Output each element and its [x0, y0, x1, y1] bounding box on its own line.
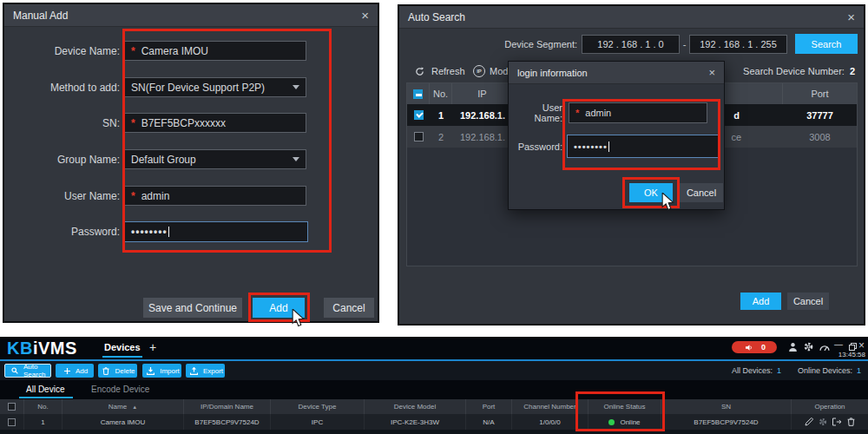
cancel-button[interactable]: Cancel [324, 298, 374, 318]
search-icon [11, 367, 18, 374]
kbivms-window: KBiVMS Devices + 0 — × 13:45:58 Auto Sea… [0, 337, 868, 434]
login-information-dialog: login information × User Name: * admin P… [508, 61, 725, 210]
search-button[interactable]: Search [795, 34, 858, 54]
cancel-button[interactable]: Cancel [787, 293, 829, 310]
dialog-title: login information [517, 68, 588, 78]
device-table-row[interactable]: 1 Camera IMOU B7EF5BCP9V7524D IPC IPC-K2… [0, 414, 868, 430]
dialog-title: Auto Search [408, 11, 465, 23]
group-value: Default Group [131, 154, 196, 166]
export-icon [190, 367, 198, 375]
close-button[interactable]: × [858, 341, 865, 350]
sn-field[interactable]: * B7EF5BCPxxxxxx [124, 113, 306, 133]
all-devices-stat: All Devices: 1 [732, 366, 781, 375]
segment-dash: - [681, 35, 688, 54]
tab-all-device[interactable]: All Device [26, 385, 64, 394]
select-all-cell[interactable] [0, 399, 24, 414]
close-icon[interactable]: × [361, 9, 369, 22]
col-port: Port [466, 399, 512, 414]
login-user-label: User Name: [512, 102, 562, 123]
col-device-type: Device Type [271, 399, 365, 414]
app-titlebar: KBiVMS Devices + 0 — × 13:45:58 [0, 337, 868, 359]
settings-icon[interactable] [819, 418, 827, 426]
highlight-box-fields [122, 29, 332, 253]
method-select[interactable]: SN(For Device Support P2P) [124, 77, 306, 97]
online-status-dot [608, 419, 615, 425]
search-device-number: Search Device Number: 2 [743, 63, 855, 79]
sn-value: B7EF5BCPxxxxxx [141, 117, 226, 129]
save-and-continue-button[interactable]: Save and Continue [143, 298, 242, 318]
refresh-icon [415, 67, 424, 76]
device-toolbar: Auto Search Add Delete Import Export All… [0, 361, 868, 380]
search-device-count: 2 [850, 66, 855, 76]
device-name-value: Camera IMOU [141, 45, 208, 57]
device-ip-domain: B7EF5BCP9V7524D [194, 418, 259, 426]
cancel-button[interactable]: Cancel [680, 183, 723, 202]
close-icon[interactable]: × [708, 66, 715, 79]
device-type: IPC [312, 418, 323, 426]
import-icon [147, 367, 155, 375]
select-all-checkbox[interactable] [413, 89, 423, 99]
username-value: admin [141, 190, 170, 202]
group-select[interactable]: Default Group [124, 149, 306, 169]
col-device-model: Device Model [365, 399, 466, 414]
user-icon[interactable] [788, 342, 798, 352]
tab-encode-device[interactable]: Encode Device [91, 385, 149, 394]
sort-asc-icon[interactable]: ▲ [132, 404, 137, 410]
delete-icon[interactable] [847, 418, 855, 426]
restore-button[interactable] [849, 343, 857, 351]
group-label: Group Name: [4, 149, 120, 169]
method-label: Method to add: [4, 77, 120, 97]
edit-icon[interactable] [805, 418, 813, 426]
device-subtabs: All Device Encode Device [0, 380, 868, 399]
segment-to-field[interactable]: 192 . 168 . 1 . 255 [689, 35, 787, 54]
refresh-button[interactable]: Refresh [412, 63, 465, 79]
tab-active-underline [102, 356, 142, 358]
tab-devices[interactable]: Devices [104, 342, 141, 352]
device-name-field[interactable]: * Camera IMOU [124, 41, 306, 61]
manual-add-titlebar: Manual Add × [4, 4, 378, 27]
col-online-status: Online Status [589, 399, 661, 414]
import-button[interactable]: Import [142, 364, 181, 378]
username-label: User Name: [4, 186, 120, 206]
username-field[interactable]: * admin [124, 186, 306, 206]
col-ip-domain: IP/Domain Name [184, 399, 271, 414]
select-all-cell[interactable] [407, 83, 430, 104]
col-name[interactable]: Name▲ [62, 399, 184, 414]
modify-ip-icon: IP [473, 65, 485, 77]
delete-device-button[interactable]: Delete [98, 364, 137, 378]
dialog-title: Manual Add [13, 10, 68, 22]
col-no: No. [430, 83, 452, 104]
online-devices-count: 1 [857, 366, 861, 375]
row-checkbox[interactable] [8, 418, 16, 426]
select-all-checkbox[interactable] [8, 403, 16, 411]
col-channel-number: Channel Number [512, 399, 589, 414]
auto-search-button[interactable]: Auto Search [4, 364, 51, 378]
row-checkbox[interactable] [414, 110, 424, 120]
row-checkbox[interactable] [414, 132, 424, 141]
export-button[interactable]: Export [186, 364, 225, 378]
segment-from-field[interactable]: 192 . 168 . 1 . 0 [582, 35, 680, 54]
online-devices-stat: Online Devices: 1 [798, 366, 861, 375]
online-status-text: Online [620, 418, 640, 426]
minimize-button[interactable]: — [834, 340, 843, 349]
network-speed-icon[interactable] [819, 343, 830, 352]
login-password-field[interactable]: •••••••• [567, 135, 720, 158]
required-marker: * [575, 108, 579, 118]
alarm-badge[interactable]: 0 [732, 341, 777, 353]
new-tab-button[interactable]: + [149, 340, 156, 354]
close-icon[interactable]: × [847, 10, 855, 23]
device-name: Camera IMOU [101, 418, 146, 426]
clock: 13:45:58 [838, 351, 865, 358]
manual-add-dialog: Manual Add × Device Name: * Camera IMOU … [3, 3, 379, 323]
add-device-button[interactable]: Add [56, 364, 94, 378]
logout-icon[interactable] [832, 418, 842, 426]
gear-icon[interactable] [804, 342, 813, 352]
text-caret [168, 227, 169, 237]
mouse-cursor [292, 309, 306, 331]
login-user-field[interactable]: * admin [569, 102, 707, 123]
password-field[interactable]: •••••••• [124, 221, 308, 242]
add-selected-button[interactable]: Add [740, 293, 781, 310]
col-sn: SN [661, 399, 792, 414]
device-model: IPC-K2E-3H3W [391, 418, 439, 426]
speaker-icon [746, 344, 753, 352]
